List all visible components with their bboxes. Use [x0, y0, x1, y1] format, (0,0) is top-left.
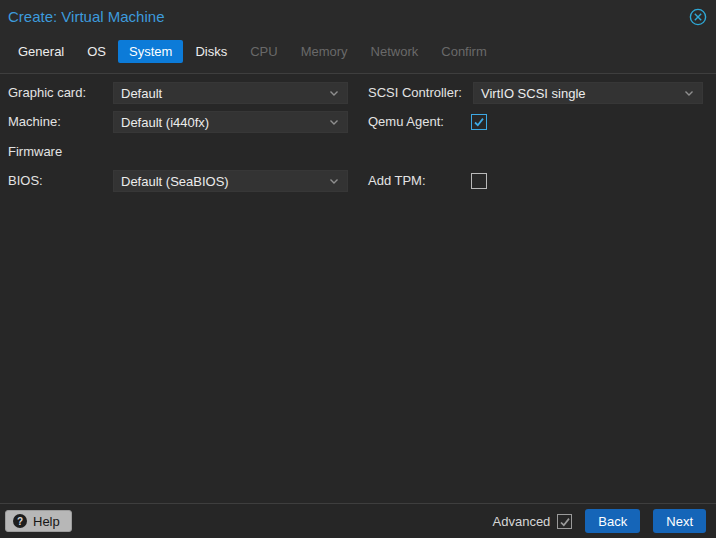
- tab-disks[interactable]: Disks: [184, 40, 238, 63]
- help-button[interactable]: ? Help: [5, 510, 72, 532]
- firmware-section-row: Firmware: [0, 141, 716, 163]
- question-mark-icon: ?: [13, 514, 27, 528]
- scsi-controller-row: SCSI Controller: VirtIO SCSI single: [0, 82, 716, 104]
- qemu-agent-checkbox[interactable]: [471, 114, 487, 130]
- add-tpm-checkbox[interactable]: [471, 173, 487, 189]
- tab-memory: Memory: [290, 40, 359, 63]
- dialog-footer: ? Help Advanced Back Next: [0, 503, 716, 538]
- help-button-label: Help: [33, 514, 60, 529]
- scsi-controller-label: SCSI Controller:: [368, 82, 462, 104]
- scsi-controller-value: VirtIO SCSI single: [481, 86, 586, 101]
- advanced-toggle: Advanced: [493, 514, 573, 529]
- tab-system[interactable]: System: [118, 40, 183, 63]
- tab-network: Network: [360, 40, 430, 63]
- qemu-agent-row: Qemu Agent:: [0, 111, 716, 133]
- advanced-checkbox[interactable]: [557, 514, 572, 529]
- add-tpm-label: Add TPM:: [368, 170, 426, 192]
- tab-os[interactable]: OS: [76, 40, 117, 63]
- dialog-header: Create: Virtual Machine: [0, 0, 716, 36]
- qemu-agent-label: Qemu Agent:: [368, 111, 444, 133]
- dialog-title: Create: Virtual Machine: [8, 8, 164, 25]
- tab-bar: General OS System Disks CPU Memory Netwo…: [0, 36, 716, 74]
- tab-general[interactable]: General: [7, 40, 75, 63]
- add-tpm-row: Add TPM:: [0, 170, 716, 192]
- close-icon[interactable]: [689, 8, 707, 26]
- firmware-section-label: Firmware: [8, 141, 62, 163]
- create-vm-dialog: Create: Virtual Machine General OS Syste…: [0, 0, 716, 538]
- tab-confirm: Confirm: [430, 40, 498, 63]
- advanced-label: Advanced: [493, 514, 551, 529]
- back-button[interactable]: Back: [585, 509, 640, 533]
- next-button[interactable]: Next: [653, 509, 706, 533]
- chevron-down-icon: [683, 87, 695, 99]
- scsi-controller-select[interactable]: VirtIO SCSI single: [473, 82, 703, 104]
- tab-cpu: CPU: [239, 40, 288, 63]
